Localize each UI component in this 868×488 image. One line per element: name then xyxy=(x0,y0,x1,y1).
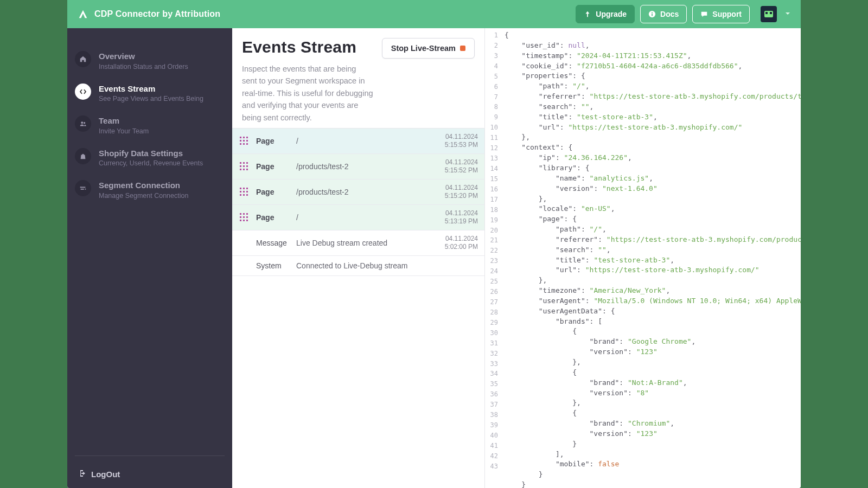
sidebar-item-sub: Installation Status and Orders xyxy=(99,63,188,70)
svg-rect-33 xyxy=(246,194,248,196)
svg-rect-20 xyxy=(243,165,245,167)
sidebar-item-sub: Invite Your Team xyxy=(99,127,149,135)
avatar[interactable] xyxy=(761,6,777,22)
svg-rect-19 xyxy=(240,165,241,167)
sidebar-item-overview[interactable]: Overview Installation Status and Orders xyxy=(67,44,232,77)
sidebar-item-sub: See Page Views and Events Being xyxy=(99,95,203,102)
event-meta: 04.11.20245:15:53 PM xyxy=(428,133,478,149)
svg-rect-41 xyxy=(243,220,245,221)
svg-rect-26 xyxy=(243,188,245,189)
svg-rect-14 xyxy=(243,143,245,145)
event-row[interactable]: Page/04.11.20245:15:53 PM xyxy=(232,129,484,154)
account-menu-chevron-icon[interactable] xyxy=(784,9,791,19)
svg-rect-15 xyxy=(246,143,248,145)
event-meta: 04.11.20245:13:19 PM xyxy=(428,209,478,226)
svg-rect-18 xyxy=(246,162,248,164)
svg-rect-9 xyxy=(246,137,248,138)
svg-rect-7 xyxy=(240,137,241,138)
svg-rect-25 xyxy=(240,188,241,189)
sidebar-item-label: Shopify Data Settings xyxy=(99,148,203,159)
svg-rect-23 xyxy=(243,169,245,170)
page-title: Events Stream xyxy=(242,38,373,56)
svg-rect-30 xyxy=(246,191,248,192)
events-list: Page/04.11.20245:15:53 PMPage/products/t… xyxy=(232,128,484,276)
event-meta: 04.11.20245:15:20 PM xyxy=(428,184,478,200)
upgrade-icon xyxy=(584,10,591,18)
info-icon xyxy=(648,10,656,18)
event-row[interactable]: Page/04.11.20245:13:19 PM xyxy=(232,205,484,230)
event-glyph-icon xyxy=(239,212,250,223)
event-path: Connected to Live-Debug stream xyxy=(296,261,425,270)
svg-rect-27 xyxy=(246,188,248,189)
support-label: Support xyxy=(712,10,742,18)
bag-icon xyxy=(75,148,91,164)
stop-label: Stop Live-Stream xyxy=(391,44,456,53)
event-type: Message xyxy=(256,239,293,247)
svg-rect-42 xyxy=(246,220,248,221)
svg-rect-11 xyxy=(243,140,245,142)
svg-rect-38 xyxy=(243,216,245,218)
svg-rect-13 xyxy=(240,143,241,145)
svg-rect-32 xyxy=(243,194,245,196)
event-payload-code[interactable]: { "user_id": null, "timestamp": "2024-04… xyxy=(485,28,801,488)
svg-rect-24 xyxy=(246,169,248,170)
event-row[interactable]: Page/products/test-204.11.20245:15:20 PM xyxy=(232,179,484,205)
event-meta: 04.11.20245:02:00 PM xyxy=(428,235,478,251)
sidebar-item-events-stream[interactable]: Events Stream See Page Views and Events … xyxy=(67,77,232,110)
sidebar-item-label: Overview xyxy=(99,51,188,62)
upgrade-button[interactable]: Upgrade xyxy=(576,5,635,23)
svg-rect-8 xyxy=(243,137,245,138)
logout-icon xyxy=(77,469,86,479)
event-row[interactable]: SystemConnected to Live-Debug stream xyxy=(232,256,484,276)
svg-rect-10 xyxy=(240,140,241,142)
sidebar-item-sub: Currency, UserId, Revenue Events xyxy=(99,159,203,167)
home-icon xyxy=(75,51,91,67)
event-type: Page xyxy=(256,188,293,196)
stop-live-stream-button[interactable]: Stop Live-Stream xyxy=(382,38,475,59)
event-type: Page xyxy=(256,213,293,222)
event-type: Page xyxy=(256,162,293,171)
svg-rect-22 xyxy=(240,169,241,170)
support-button[interactable]: Support xyxy=(692,5,750,23)
chat-icon xyxy=(700,10,708,18)
event-row[interactable]: Page/products/test-204.11.20245:15:52 PM xyxy=(232,154,484,179)
sidebar-item-segment[interactable]: Segment Connection Manage Segment Connec… xyxy=(67,174,232,206)
svg-rect-17 xyxy=(243,162,245,164)
svg-point-3 xyxy=(81,121,83,124)
svg-point-4 xyxy=(84,122,85,124)
logout-label: LogOut xyxy=(91,470,120,479)
docs-label: Docs xyxy=(660,10,679,18)
event-glyph-icon xyxy=(239,161,250,172)
event-type: Page xyxy=(256,137,293,145)
event-path: /products/test-2 xyxy=(296,188,425,196)
svg-point-5 xyxy=(85,189,86,190)
page-lead: Inspect the events that are being sent t… xyxy=(242,63,373,124)
sidebar-item-team[interactable]: Team Invite Your Team xyxy=(67,109,232,142)
segment-icon xyxy=(75,180,91,196)
svg-rect-28 xyxy=(240,191,241,192)
brand-title: CDP Connector by Attribution xyxy=(94,9,220,19)
event-path: / xyxy=(296,213,425,222)
sidebar-item-label: Events Stream xyxy=(99,84,203,94)
svg-rect-12 xyxy=(246,140,248,142)
svg-rect-29 xyxy=(243,191,245,192)
event-glyph-icon xyxy=(239,187,250,197)
docs-button[interactable]: Docs xyxy=(640,5,687,23)
sidebar-item-label: Segment Connection xyxy=(99,180,188,191)
brand: CDP Connector by Attribution xyxy=(77,8,570,20)
svg-rect-31 xyxy=(240,194,241,196)
svg-rect-1 xyxy=(652,14,653,16)
logout-button[interactable]: LogOut xyxy=(67,460,232,488)
svg-rect-16 xyxy=(240,162,241,164)
event-row[interactable]: MessageLive Debug stream created04.11.20… xyxy=(232,230,484,256)
svg-rect-34 xyxy=(240,213,241,215)
event-path: / xyxy=(296,137,425,145)
stop-icon xyxy=(460,46,465,51)
sidebar-item-shopify-data[interactable]: Shopify Data Settings Currency, UserId, … xyxy=(67,142,232,174)
svg-rect-37 xyxy=(240,216,241,218)
sidebar-item-label: Team xyxy=(99,115,149,126)
svg-rect-21 xyxy=(246,165,248,167)
svg-rect-35 xyxy=(243,213,245,215)
brand-logo-icon xyxy=(77,8,89,20)
code-icon xyxy=(75,84,91,100)
